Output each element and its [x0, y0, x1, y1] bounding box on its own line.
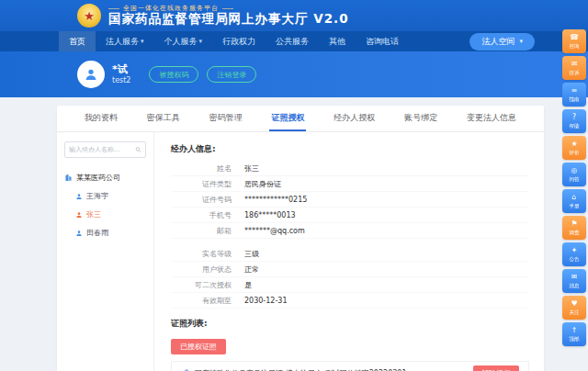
tree-node-company[interactable]: 某某医药公司: [64, 173, 146, 183]
field-row: 有效期至 2030-12-31: [171, 293, 529, 309]
main-nav: 首页 法人服务▾ 个人服务▾ 行政权力 公共服务 其他 咨询电话 法人空间▾: [0, 31, 588, 51]
float-toolbar: ☎ 咨询 ✉ 投诉 ≡ 指南 ? 帮助 ★ 评价 ◎ 问答 ⌂ 手册 ⚑ 调查 …: [562, 29, 586, 346]
user-icon: [75, 230, 83, 237]
tab-password-management[interactable]: 密码管理: [208, 106, 244, 131]
tab-license-authorization[interactable]: 证照授权: [269, 106, 306, 131]
tree-member-tianchunyu[interactable]: 田春雨: [75, 228, 146, 238]
float-consult-button[interactable]: ☎ 咨询: [562, 29, 586, 53]
national-emblem-logo: ★: [77, 4, 101, 28]
heart-icon: ♥: [571, 300, 577, 309]
user-account: test2: [112, 76, 130, 85]
chevron-down-icon: ▾: [141, 31, 144, 51]
field-row: 证件号码 ************0215: [171, 192, 529, 208]
float-notice-button[interactable]: ✦ 公告: [562, 242, 586, 266]
sparkle-icon: ✦: [571, 247, 578, 255]
field-row: 实名等级 三级: [171, 246, 529, 262]
field-value: 张三: [244, 163, 259, 174]
float-manual-button[interactable]: ⌂ 手册: [562, 189, 586, 213]
field-label: 手机号: [171, 210, 244, 220]
arrow-up-icon: ↑: [571, 327, 578, 335]
license-list-title: 证照列表:: [171, 318, 529, 330]
field-value: 2030-12-31: [244, 297, 288, 305]
tab-change-legal-info[interactable]: 变更法人信息: [465, 106, 518, 131]
search-icon: [135, 146, 141, 153]
float-back-to-top-button[interactable]: ↑ 顶部: [562, 322, 586, 346]
float-survey-button[interactable]: ⚑ 调查: [562, 216, 586, 240]
field-value: 是: [244, 280, 252, 290]
nav-item-home[interactable]: 首页: [59, 31, 96, 51]
chevron-down-icon: ▾: [199, 31, 203, 51]
menu-icon: ≡: [571, 87, 578, 96]
field-label: 可二次授权: [171, 280, 244, 290]
user-space-button[interactable]: 法人空间▾: [469, 33, 535, 51]
flag-icon: ⚑: [571, 220, 577, 229]
agent-search-input[interactable]: [69, 146, 132, 153]
logout-button[interactable]: 注销登录: [207, 66, 256, 83]
field-value: *******@qq.com: [244, 227, 305, 235]
agent-info-panel: 经办人信息: 姓名 张三 证件类型 居民身份证 证件号码 ***********…: [154, 132, 544, 371]
field-value: 三级: [244, 249, 259, 259]
auth-code-button[interactable]: 被授权码: [149, 66, 198, 83]
authorized-licenses-filter-button[interactable]: 已授权证照: [171, 339, 226, 354]
phone-icon: ☎: [570, 34, 579, 42]
float-complaint-button[interactable]: ✉ 投诉: [562, 56, 586, 80]
agent-tree-panel: 某某医药公司 王海宇 张三: [57, 132, 154, 371]
tab-my-profile[interactable]: 我的资料: [83, 106, 119, 131]
field-label: 实名等级: [171, 249, 244, 259]
nav-item-hotline[interactable]: 咨询电话: [356, 31, 409, 51]
field-row: 证件类型 居民身份证: [171, 176, 529, 192]
tab-bar: 我的资料 密保工具 密码管理 证照授权 经办人授权 账号绑定 变更法人信息: [57, 106, 544, 132]
chevron-down-icon: ▾: [519, 38, 523, 45]
field-row: 用户状态 正常: [171, 262, 529, 277]
float-message-button[interactable]: ✉ 消息: [562, 269, 586, 293]
user-banner: *试 test2 被授权码 注销登录: [0, 51, 588, 97]
nav-item-legal-services[interactable]: 法人服务▾: [96, 31, 154, 51]
mail-icon: ✉: [571, 61, 578, 69]
tab-agent-authorization[interactable]: 经办人授权: [332, 106, 377, 131]
field-label: 有效期至: [171, 296, 244, 306]
agent-info-title: 经办人信息:: [171, 143, 529, 155]
agent-search-box: [64, 141, 146, 158]
float-follow-button[interactable]: ♥ 关注: [562, 296, 586, 320]
user-icon: [75, 193, 83, 200]
license-row: 国产特殊化妆品产品注册证-境内注册人-测试国妆特字20220301 解除授权: [172, 362, 528, 371]
tab-security-tools[interactable]: 密保工具: [145, 106, 182, 131]
site-title: 国家药品监督管理局网上办事大厅 V2.0: [108, 12, 349, 27]
star-icon: ★: [571, 141, 577, 149]
nav-item-other[interactable]: 其他: [319, 31, 356, 51]
revoke-authorization-button[interactable]: 解除授权: [473, 365, 519, 371]
agent-tree: 某某医药公司 王海宇 张三: [64, 173, 146, 238]
building-icon: [64, 174, 73, 182]
float-help-button[interactable]: ? 帮助: [562, 109, 586, 133]
field-row: 可二次授权 是: [171, 277, 529, 293]
field-row: 邮箱 *******@qq.com: [171, 223, 529, 239]
tree-member-zhangsan[interactable]: 张三: [75, 209, 146, 219]
avatar: [77, 61, 105, 88]
license-list: 国产特殊化妆品产品注册证-境内注册人-测试国妆特字20220301 解除授权 化…: [171, 361, 529, 371]
field-value: 居民身份证: [244, 179, 281, 189]
license-section: 证照列表: 已授权证照 国产特殊化妆品产品注册证-境内注册人-测试国妆特字202…: [171, 318, 529, 371]
tab-account-binding[interactable]: 账号绑定: [402, 106, 439, 131]
field-label: 证件号码: [171, 195, 244, 205]
nav-item-public-services[interactable]: 公共服务: [266, 31, 319, 51]
field-value: 186*****0013: [244, 211, 296, 219]
home-icon: ⌂: [571, 194, 576, 202]
tree-member-wanghaiyu[interactable]: 王海宇: [75, 191, 146, 201]
user-icon: [75, 211, 83, 219]
field-label: 姓名: [171, 163, 244, 174]
user-display-name: *试: [112, 63, 130, 76]
user-meta: *试 test2: [112, 63, 130, 85]
question-icon: ?: [572, 114, 576, 122]
field-row: 姓名 张三: [171, 161, 529, 176]
field-row: 手机号 186*****0013: [171, 208, 529, 223]
site-header: ★ 全国一体化在线政务服务平台 国家药品监督管理局网上办事大厅 V2.0: [0, 0, 588, 31]
float-guide-button[interactable]: ≡ 指南: [562, 83, 586, 107]
main-card: 我的资料 密保工具 密码管理 证照授权 经办人授权 账号绑定 变更法人信息: [57, 106, 544, 371]
nav-item-admin-power[interactable]: 行政权力: [212, 31, 266, 51]
mail-icon: ✉: [571, 274, 578, 282]
site-titles: 全国一体化在线政务服务平台 国家药品监督管理局网上办事大厅 V2.0: [108, 5, 349, 27]
field-value: 正常: [244, 264, 259, 275]
nav-item-personal-services[interactable]: 个人服务▾: [154, 31, 213, 51]
float-rating-button[interactable]: ★ 评价: [562, 136, 586, 160]
float-qa-button[interactable]: ◎ 问答: [562, 163, 586, 186]
